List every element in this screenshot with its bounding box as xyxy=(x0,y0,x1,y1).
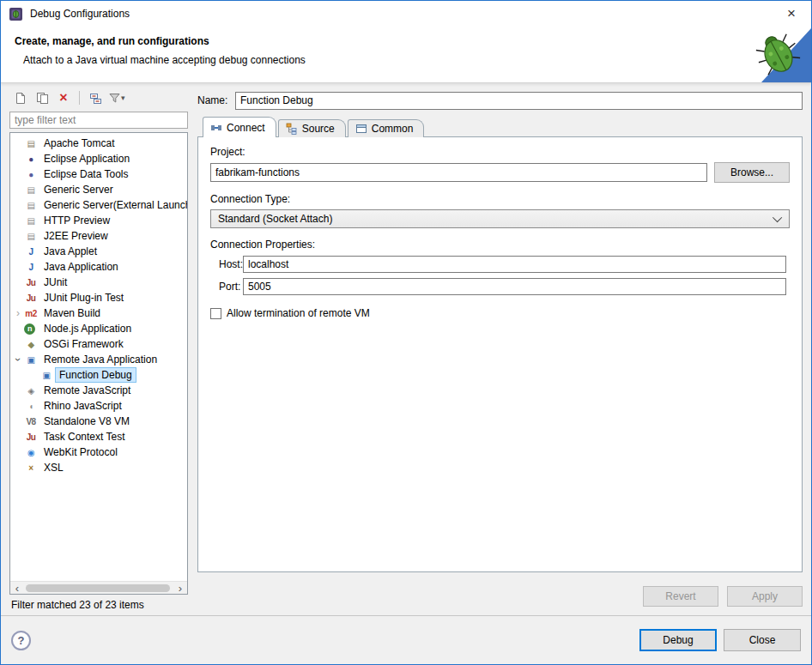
tree-item-apache-tomcat[interactable]: ▤Apache Tomcat xyxy=(10,136,187,151)
tree-item-eclipse-application[interactable]: ●Eclipse Application xyxy=(10,151,187,166)
java-application-icon: J xyxy=(24,260,38,274)
java-applet-icon: J xyxy=(24,245,38,258)
chevron-expanded-icon[interactable]: › xyxy=(12,354,24,366)
tree-item-function-debug[interactable]: ▣Function Debug xyxy=(10,367,187,383)
duplicate-configuration-icon[interactable] xyxy=(33,88,52,107)
main-panel: Name: Connect xyxy=(197,84,803,615)
collapse-all-icon[interactable] xyxy=(86,88,105,107)
name-input[interactable] xyxy=(235,92,803,110)
tab-source[interactable]: Source xyxy=(278,119,346,137)
scroll-right-icon[interactable]: › xyxy=(173,583,187,594)
allow-termination-label: Allow termination of remote VM xyxy=(227,307,370,319)
tree-item-junit-plug-in-test[interactable]: JuJUnit Plug-in Test xyxy=(10,290,187,305)
remote-java-application-icon: ▣ xyxy=(39,368,53,382)
tree-item-label: Standalone V8 VM xyxy=(40,414,133,428)
tree-item-label: Generic Server xyxy=(40,183,117,196)
j2ee-preview-icon: ▤ xyxy=(24,229,38,243)
tab-connect[interactable]: Connect xyxy=(203,117,276,137)
tree-item-label: XSL xyxy=(40,461,67,475)
tree-item-standalone-v8-vm[interactable]: V8Standalone V8 VM xyxy=(10,414,187,429)
connection-properties-label: Connection Properties: xyxy=(210,239,790,251)
tab-common-label: Common xyxy=(372,123,414,135)
junit-icon: Ju xyxy=(24,275,38,289)
tree-item-xsl[interactable]: ×XSL xyxy=(10,460,187,475)
port-input[interactable] xyxy=(243,278,786,295)
osgi-framework-icon: ◆ xyxy=(24,337,38,351)
debug-configurations-icon xyxy=(9,7,23,21)
name-row: Name: xyxy=(197,91,803,110)
tree-item-maven-build[interactable]: ›m2Maven Build xyxy=(10,305,187,321)
debug-configurations-dialog: Debug Configurations × Create, manage, a… xyxy=(0,0,812,665)
scrollbar-thumb[interactable] xyxy=(26,584,170,592)
scroll-left-icon[interactable]: ‹ xyxy=(10,583,24,594)
host-input[interactable] xyxy=(243,256,786,273)
connection-type-select[interactable]: Standard (Socket Attach) xyxy=(210,209,790,228)
remote-javascript-icon: ◈ xyxy=(24,384,38,397)
tree-item-task-context-test[interactable]: JuTask Context Test xyxy=(10,429,187,444)
tree-item-junit[interactable]: JuJUnit xyxy=(10,275,187,290)
banner-subtitle: Attach to a Java virtual machine accepti… xyxy=(1,47,811,66)
tree-panel: ▤Apache Tomcat●Eclipse Application●Eclip… xyxy=(9,132,188,595)
name-label: Name: xyxy=(197,94,235,106)
title-bar: Debug Configurations × xyxy=(1,1,811,27)
tree-item-remote-java-application[interactable]: ›▣Remote Java Application xyxy=(10,352,187,367)
filter-icon[interactable]: ▾ xyxy=(107,88,127,107)
tree-item-label: Apache Tomcat xyxy=(40,136,118,150)
remote-java-application-icon: ▣ xyxy=(24,353,38,366)
window-title: Debug Configurations xyxy=(30,8,777,20)
tree-item-label: Java Applet xyxy=(40,245,100,258)
tree-item-java-applet[interactable]: JJava Applet xyxy=(10,244,187,259)
tree-item-label: JUnit xyxy=(40,275,70,289)
tree-item-label: OSGi Framework xyxy=(40,337,127,351)
tree-item-http-preview[interactable]: ▤HTTP Preview xyxy=(10,213,187,228)
apply-button[interactable]: Apply xyxy=(727,586,803,607)
new-configuration-icon[interactable] xyxy=(11,88,30,107)
tree-item-osgi-framework[interactable]: ◆OSGi Framework xyxy=(10,336,187,352)
chevron-collapsed-icon[interactable]: › xyxy=(12,307,24,319)
port-row: Port: xyxy=(210,278,790,295)
tree-item-label: Eclipse Data Tools xyxy=(40,167,132,181)
tree-item-node-js-application[interactable]: nNode.js Application xyxy=(10,321,187,336)
connect-tab-content: Project: Browse... Connection Type: Stan… xyxy=(197,136,803,572)
tree-item-label: Function Debug xyxy=(56,368,136,382)
tree-item-label: Eclipse Application xyxy=(40,152,133,166)
tree-item-j2ee-preview[interactable]: ▤J2EE Preview xyxy=(10,228,187,244)
port-label: Port: xyxy=(210,281,243,293)
allow-termination-checkbox[interactable] xyxy=(210,308,221,319)
help-icon[interactable]: ? xyxy=(11,631,31,650)
horizontal-scrollbar[interactable]: ‹ › xyxy=(10,581,187,594)
browse-button[interactable]: Browse... xyxy=(714,162,790,183)
tree-item-label: WebKit Protocol xyxy=(40,445,121,459)
webkit-protocol-icon: ◉ xyxy=(24,445,38,459)
apply-row: Revert Apply xyxy=(197,586,803,607)
task-context-test-icon: Ju xyxy=(24,430,38,444)
tab-connect-label: Connect xyxy=(227,122,265,134)
tree-item-generic-server[interactable]: ▤Generic Server xyxy=(10,182,187,197)
bug-graphic xyxy=(729,27,811,82)
tree-item-rhino-javascript[interactable]: ◖Rhino JavaScript xyxy=(10,398,187,414)
delete-configuration-icon[interactable]: × xyxy=(54,88,73,107)
project-label: Project: xyxy=(210,146,790,158)
source-tab-icon xyxy=(286,123,298,135)
generic-server-icon: ▤ xyxy=(24,183,38,196)
dialog-banner: Create, manage, and run configurations A… xyxy=(1,27,811,83)
tree-item-label: Remote JavaScript xyxy=(40,384,134,397)
tree-item-generic-server-external-launch[interactable]: ▤Generic Server(External Launch) xyxy=(10,197,187,213)
revert-button[interactable]: Revert xyxy=(643,586,718,607)
tree-item-label: Remote Java Application xyxy=(40,353,161,366)
project-input[interactable] xyxy=(210,163,707,182)
tab-common[interactable]: Common xyxy=(348,119,425,137)
standalone-v8-icon: V8 xyxy=(24,414,38,428)
tree-item-java-application[interactable]: JJava Application xyxy=(10,259,187,275)
tree-item-label: Java Application xyxy=(40,260,122,274)
debug-button[interactable]: Debug xyxy=(639,629,717,651)
filter-input[interactable] xyxy=(9,112,188,129)
tab-source-label: Source xyxy=(302,123,335,135)
eclipse-data-tools-icon: ● xyxy=(24,167,38,181)
tree-item-webkit-protocol[interactable]: ◉WebKit Protocol xyxy=(10,444,187,460)
tree-item-label: JUnit Plug-in Test xyxy=(40,291,127,305)
tree-item-eclipse-data-tools[interactable]: ●Eclipse Data Tools xyxy=(10,166,187,182)
close-button[interactable]: Close xyxy=(724,629,801,651)
close-icon[interactable]: × xyxy=(777,3,806,25)
tree-item-remote-javascript[interactable]: ◈Remote JavaScript xyxy=(10,383,187,398)
